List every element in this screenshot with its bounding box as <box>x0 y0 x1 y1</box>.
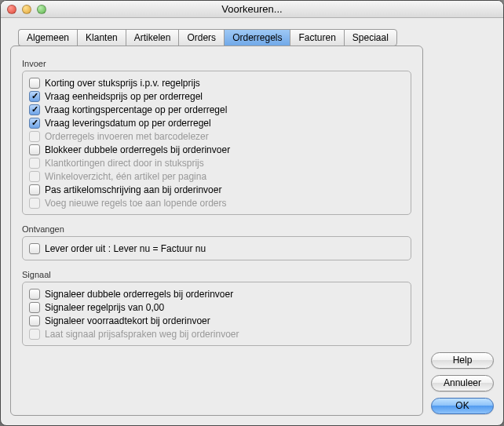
tab-klanten[interactable]: Klanten <box>77 29 126 46</box>
tab-speciaal[interactable]: Speciaal <box>344 29 397 46</box>
checkbox[interactable] <box>29 91 40 102</box>
option-label: Lever order uit : Lever nu = Factuur nu <box>45 243 206 254</box>
option-label: Signaleer dubbele orderregels bij orderi… <box>45 289 233 300</box>
section-ontvangen: Lever order uit : Lever nu = Factuur nu <box>22 236 411 260</box>
minimize-icon[interactable] <box>22 5 31 14</box>
option-label: Signaleer regelprijs van 0,00 <box>45 302 164 313</box>
option-label: Voeg nieuwe regels toe aan lopende order… <box>45 198 227 209</box>
section-title-ontvangen: Ontvangen <box>22 224 411 234</box>
checkbox[interactable] <box>29 104 40 115</box>
option-row: Voeg nieuwe regels toe aan lopende order… <box>29 196 404 209</box>
titlebar[interactable]: Voorkeuren... <box>1 1 503 18</box>
option-row: Lever order uit : Lever nu = Factuur nu <box>29 242 404 255</box>
window-title: Voorkeuren... <box>1 3 503 15</box>
help-button[interactable]: Help <box>431 352 494 369</box>
option-label: Laat signaal prijsafspraken weg bij orde… <box>45 329 239 340</box>
option-label: Winkeloverzicht, één artikel per pagina <box>45 171 206 182</box>
checkbox[interactable] <box>29 118 40 129</box>
section-invoer: Korting over stuksprijs i.p.v. regelprij… <box>22 71 411 215</box>
option-label: Vraag eenheidsprijs op per orderregel <box>45 91 203 102</box>
cancel-button[interactable]: Annuleer <box>431 375 494 391</box>
checkbox <box>29 131 40 142</box>
tab-orderregels[interactable]: Orderregels <box>224 29 290 46</box>
tab-bar: AlgemeenKlantenArtikelenOrdersOrderregel… <box>18 29 423 46</box>
option-row: Korting over stuksprijs i.p.v. regelprij… <box>29 76 404 89</box>
option-row: Vraag eenheidsprijs op per orderregel <box>29 89 404 103</box>
option-row: Winkeloverzicht, één artikel per pagina <box>29 169 404 183</box>
section-title-signaal: Signaal <box>22 270 411 279</box>
window-controls <box>7 5 46 14</box>
tab-orders[interactable]: Orders <box>178 29 224 46</box>
option-label: Korting over stuksprijs i.p.v. regelprij… <box>45 78 200 89</box>
checkbox[interactable] <box>29 302 40 313</box>
option-row: Orderregels invoeren met barcodelezer <box>29 129 404 143</box>
option-row: Laat signaal prijsafspraken weg bij orde… <box>29 327 404 340</box>
preferences-window: Voorkeuren... AlgemeenKlantenArtikelenOr… <box>0 0 504 426</box>
option-label: Blokkeer dubbele orderregels bij orderin… <box>45 144 230 155</box>
option-row: Blokkeer dubbele orderregels bij orderin… <box>29 143 404 156</box>
tab-panel: Invoer Korting over stuksprijs i.p.v. re… <box>10 46 423 416</box>
option-label: Klantkortingen direct door in stuksprijs <box>45 158 204 169</box>
option-row: Signaleer dubbele orderregels bij orderi… <box>29 287 404 300</box>
option-label: Signaleer voorraadtekort bij orderinvoer <box>45 315 210 326</box>
checkbox[interactable] <box>29 243 40 254</box>
option-row: Signaleer voorraadtekort bij orderinvoer <box>29 314 404 327</box>
checkbox[interactable] <box>29 184 40 195</box>
option-row: Signaleer regelprijs van 0,00 <box>29 300 404 314</box>
content-area: AlgemeenKlantenArtikelenOrdersOrderregel… <box>1 18 503 425</box>
option-row: Vraag kortingspercentage op per orderreg… <box>29 103 404 116</box>
checkbox <box>29 171 40 182</box>
option-label: Pas artikelomschrijving aan bij orderinv… <box>45 184 221 195</box>
option-row: Vraag leveringsdatum op per orderregel <box>29 116 404 129</box>
section-title-invoer: Invoer <box>22 59 411 68</box>
option-row: Pas artikelomschrijving aan bij orderinv… <box>29 183 404 196</box>
checkbox <box>29 198 40 209</box>
checkbox[interactable] <box>29 78 40 89</box>
dialog-buttons: Help Annuleer OK <box>431 29 494 416</box>
ok-button[interactable]: OK <box>431 398 494 414</box>
checkbox[interactable] <box>29 144 40 155</box>
zoom-icon[interactable] <box>37 5 46 14</box>
checkbox[interactable] <box>29 315 40 326</box>
option-row: Klantkortingen direct door in stuksprijs <box>29 156 404 169</box>
checkbox[interactable] <box>29 289 40 300</box>
checkbox <box>29 329 40 340</box>
main-panel: AlgemeenKlantenArtikelenOrdersOrderregel… <box>10 29 423 416</box>
option-label: Orderregels invoeren met barcodelezer <box>45 131 209 142</box>
checkbox <box>29 158 40 169</box>
close-icon[interactable] <box>7 5 16 14</box>
section-signaal: Signaleer dubbele orderregels bij orderi… <box>22 282 411 346</box>
option-label: Vraag kortingspercentage op per orderreg… <box>45 104 227 115</box>
tab-artikelen[interactable]: Artikelen <box>126 29 179 46</box>
option-label: Vraag leveringsdatum op per orderregel <box>45 118 211 129</box>
tab-algemeen[interactable]: Algemeen <box>18 29 77 46</box>
tab-facturen[interactable]: Facturen <box>290 29 343 46</box>
